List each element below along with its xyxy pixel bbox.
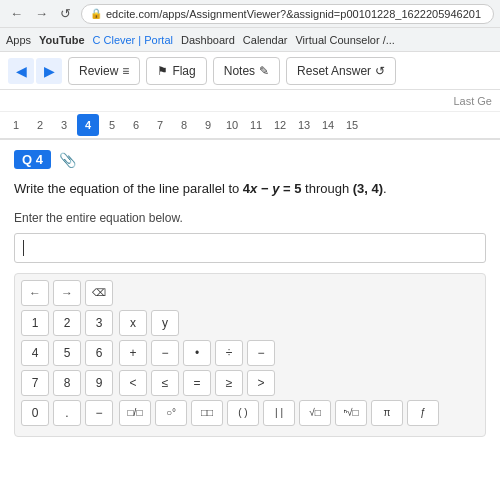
kb-ops-row: + − • ÷ − (119, 340, 439, 366)
browser-reload-button[interactable]: ↺ (56, 4, 75, 23)
flag-button[interactable]: ⚑ Flag (146, 57, 206, 85)
kb-3[interactable]: 3 (85, 310, 113, 336)
review-icon: ≡ (122, 64, 129, 78)
question-tab-7[interactable]: 7 (149, 114, 171, 136)
kb-nthroot[interactable]: ⁿ√□ (335, 400, 367, 426)
kb-num-row4: 0 . − (21, 400, 113, 426)
address-bar[interactable]: 🔒 edcite.com/apps/AssignmentViewer?&assi… (81, 4, 494, 24)
question-text: Write the equation of the line parallel … (14, 179, 486, 199)
kb-dot[interactable]: . (53, 400, 81, 426)
kb-main-section: 1 2 3 4 5 6 7 8 9 0 . − (21, 310, 479, 430)
kb-mult[interactable]: • (183, 340, 211, 366)
kb-gt[interactable]: > (247, 370, 275, 396)
kb-5[interactable]: 5 (53, 340, 81, 366)
kb-plus[interactable]: + (119, 340, 147, 366)
last-ge-text: Last Ge (453, 95, 492, 107)
cursor (23, 240, 24, 256)
kb-4[interactable]: 4 (21, 340, 49, 366)
question-tab-12[interactable]: 12 (269, 114, 291, 136)
clever-link[interactable]: C Clever | Portal (93, 34, 174, 46)
kb-fraction[interactable]: □/□ (119, 400, 151, 426)
browser-back-button[interactable]: ← (6, 4, 27, 23)
question-tab-13[interactable]: 13 (293, 114, 315, 136)
kb-eq[interactable]: = (183, 370, 211, 396)
question-tab-14[interactable]: 14 (317, 114, 339, 136)
notes-button[interactable]: Notes ✎ (213, 57, 280, 85)
browser-forward-button[interactable]: → (31, 4, 52, 23)
kb-abs[interactable]: | | (263, 400, 295, 426)
kb-8[interactable]: 8 (53, 370, 81, 396)
question-tab-6[interactable]: 6 (125, 114, 147, 136)
kb-2[interactable]: 2 (53, 310, 81, 336)
paperclip-icon: 📎 (59, 152, 76, 168)
apps-label[interactable]: Apps (6, 34, 31, 46)
kb-div-plus[interactable]: ÷ (215, 340, 243, 366)
kb-num-row2: 4 5 6 (21, 340, 113, 366)
kb-delete-button[interactable]: ⌫ (85, 280, 113, 306)
kb-degree[interactable]: ○° (155, 400, 187, 426)
calendar-link[interactable]: Calendar (243, 34, 288, 46)
kb-num-row3: 7 8 9 (21, 370, 113, 396)
flag-label: Flag (172, 64, 195, 78)
url-text: edcite.com/apps/AssignmentViewer?&assign… (106, 8, 481, 20)
kb-parens[interactable]: ( ) (227, 400, 259, 426)
question-tab-11[interactable]: 11 (245, 114, 267, 136)
kb-back-button[interactable]: ← (21, 280, 49, 306)
kb-7[interactable]: 7 (21, 370, 49, 396)
apps-bar: Apps YouTube C Clever | Portal Dashboard… (0, 28, 500, 52)
kb-1[interactable]: 1 (21, 310, 49, 336)
lock-icon: 🔒 (90, 8, 102, 19)
kb-nav-row: ← → ⌫ (21, 280, 479, 306)
question-tab-1[interactable]: 1 (5, 114, 27, 136)
kb-ops-section: x y + − • ÷ − < ≤ = ≥ > □/ (119, 310, 439, 430)
kb-neg[interactable]: − (85, 400, 113, 426)
notes-label: Notes (224, 64, 255, 78)
kb-ge[interactable]: ≥ (215, 370, 243, 396)
question-label: Q 4 (14, 150, 51, 169)
kb-pi[interactable]: π (371, 400, 403, 426)
toolbar-forward-button[interactable]: ▶ (36, 58, 62, 84)
kb-var-row: x y (119, 310, 439, 336)
question-tab-15[interactable]: 15 (341, 114, 363, 136)
browser-bar: ← → ↺ 🔒 edcite.com/apps/AssignmentViewer… (0, 0, 500, 28)
kb-0[interactable]: 0 (21, 400, 49, 426)
kb-6[interactable]: 6 (85, 340, 113, 366)
kb-superscript[interactable]: □□ (191, 400, 223, 426)
notes-icon: ✎ (259, 64, 269, 78)
kb-special-row: □/□ ○° □□ ( ) | | √□ ⁿ√□ π ƒ (119, 400, 439, 426)
counselor-link[interactable]: Virtual Counselor /... (295, 34, 394, 46)
question-tab-2[interactable]: 2 (29, 114, 51, 136)
instruction-text: Enter the entire equation below. (14, 211, 486, 225)
reset-icon: ↺ (375, 64, 385, 78)
question-tab-3[interactable]: 3 (53, 114, 75, 136)
kb-minus[interactable]: − (151, 340, 179, 366)
toolbar-nav: ◀ ▶ (8, 58, 62, 84)
review-button[interactable]: Review ≡ (68, 57, 140, 85)
review-label: Review (79, 64, 118, 78)
question-tabs: 123456789101112131415 (0, 112, 500, 140)
kb-num-row1: 1 2 3 (21, 310, 113, 336)
dashboard-link[interactable]: Dashboard (181, 34, 235, 46)
answer-input[interactable] (14, 233, 486, 263)
question-tab-8[interactable]: 8 (173, 114, 195, 136)
browser-nav: ← → ↺ (6, 4, 75, 23)
youtube-link[interactable]: YouTube (39, 34, 84, 46)
kb-le[interactable]: ≤ (151, 370, 179, 396)
kb-forward-button[interactable]: → (53, 280, 81, 306)
question-tab-5[interactable]: 5 (101, 114, 123, 136)
question-tab-9[interactable]: 9 (197, 114, 219, 136)
question-tab-4[interactable]: 4 (77, 114, 99, 136)
kb-fn[interactable]: ƒ (407, 400, 439, 426)
kb-minus2[interactable]: − (247, 340, 275, 366)
kb-x[interactable]: x (119, 310, 147, 336)
kb-sqrt[interactable]: √□ (299, 400, 331, 426)
math-keyboard: ← → ⌫ 1 2 3 4 5 6 7 8 9 (14, 273, 486, 437)
toolbar-back-button[interactable]: ◀ (8, 58, 34, 84)
question-tab-10[interactable]: 10 (221, 114, 243, 136)
kb-numpad: 1 2 3 4 5 6 7 8 9 0 . − (21, 310, 113, 430)
kb-9[interactable]: 9 (85, 370, 113, 396)
reset-label: Reset Answer (297, 64, 371, 78)
kb-y[interactable]: y (151, 310, 179, 336)
reset-answer-button[interactable]: Reset Answer ↺ (286, 57, 396, 85)
kb-lt[interactable]: < (119, 370, 147, 396)
